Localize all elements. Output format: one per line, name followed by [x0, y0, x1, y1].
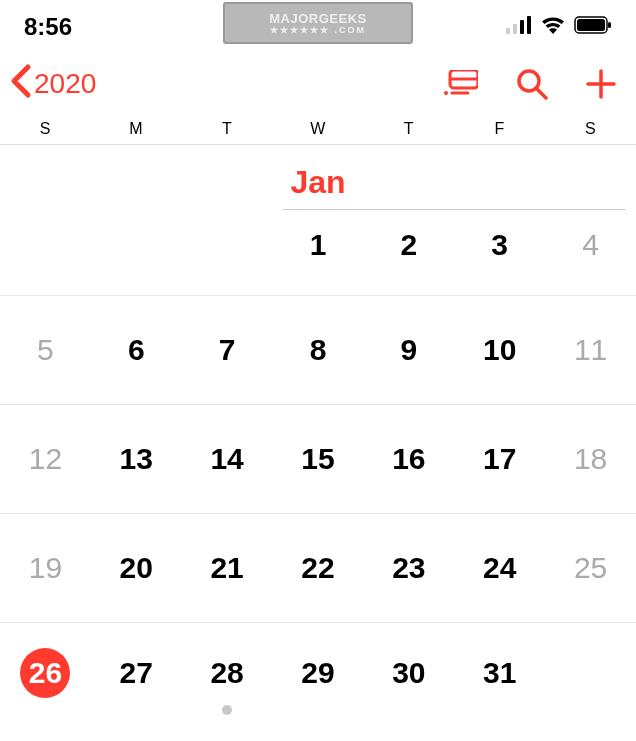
day-cell[interactable]: 24 — [454, 514, 545, 622]
day-cell[interactable]: 27 — [91, 623, 182, 723]
day-number: 16 — [392, 442, 425, 476]
svg-line-13 — [537, 89, 546, 98]
day-cell[interactable]: 17 — [454, 405, 545, 513]
day-cell[interactable]: 6 — [91, 296, 182, 404]
day-number: 10 — [483, 333, 516, 367]
day-number: 29 — [301, 656, 334, 690]
svg-rect-6 — [608, 22, 611, 28]
battery-icon — [574, 16, 612, 38]
day-number: 8 — [310, 333, 327, 367]
svg-rect-0 — [506, 28, 510, 34]
day-cell[interactable]: 25 — [545, 514, 636, 622]
day-number: 19 — [29, 551, 62, 585]
day-number: 5 — [37, 333, 54, 367]
month-header-row: Jan — [0, 145, 636, 209]
status-time: 8:56 — [24, 7, 72, 41]
day-number: 9 — [401, 333, 418, 367]
event-dot-icon — [222, 705, 232, 715]
day-cell[interactable]: 18 — [545, 405, 636, 513]
weekday-label: M — [91, 120, 182, 138]
weekday-label: W — [273, 120, 364, 138]
empty-cell — [182, 228, 273, 295]
day-cell[interactable]: 31 — [454, 623, 545, 723]
day-cell[interactable]: 22 — [273, 514, 364, 622]
day-cell[interactable]: 11 — [545, 296, 636, 404]
weekday-label: S — [0, 120, 91, 138]
week-row: 19202122232425 — [0, 514, 636, 623]
weekday-label: S — [545, 120, 636, 138]
day-number: 2 — [401, 228, 418, 262]
watermark-subtext: ★★★★★★ .COM — [270, 26, 366, 35]
nav-bar: 2020 — [0, 48, 636, 120]
week-row: 1234 — [0, 210, 636, 296]
day-number: 28 — [210, 656, 243, 690]
calendar-grid: 1234567891011121314151617181920212223242… — [0, 210, 636, 723]
day-cell[interactable]: 1 — [273, 228, 364, 295]
day-number: 26 — [20, 648, 70, 698]
day-cell[interactable]: 9 — [363, 296, 454, 404]
day-number: 6 — [128, 333, 145, 367]
day-number: 7 — [219, 333, 236, 367]
day-cell[interactable]: 26 — [0, 623, 91, 723]
day-number: 25 — [574, 551, 607, 585]
search-button[interactable] — [516, 68, 548, 100]
day-number: 4 — [582, 228, 599, 262]
day-cell[interactable]: 3 — [454, 228, 545, 295]
day-number: 1 — [310, 228, 327, 262]
status-bar: 8:56 MAJORGEEKS ★★★★★★ .COM — [0, 0, 636, 48]
weekday-label: T — [363, 120, 454, 138]
empty-cell — [91, 228, 182, 295]
day-cell[interactable]: 19 — [0, 514, 91, 622]
svg-rect-1 — [513, 24, 517, 34]
month-label: Jan — [273, 164, 364, 201]
day-number: 22 — [301, 551, 334, 585]
signal-icon — [506, 16, 532, 38]
day-cell[interactable]: 4 — [545, 228, 636, 295]
watermark-text: MAJORGEEKS — [269, 12, 366, 25]
empty-cell — [0, 228, 91, 295]
list-view-button[interactable] — [444, 70, 478, 98]
back-label: 2020 — [34, 68, 96, 100]
svg-rect-3 — [527, 16, 531, 34]
day-number: 18 — [574, 442, 607, 476]
day-cell[interactable]: 29 — [273, 623, 364, 723]
back-button[interactable]: 2020 — [8, 63, 96, 106]
day-number: 23 — [392, 551, 425, 585]
day-cell[interactable]: 14 — [182, 405, 273, 513]
day-number: 27 — [120, 656, 153, 690]
svg-rect-5 — [577, 19, 605, 31]
weekday-label: T — [182, 120, 273, 138]
day-cell[interactable]: 28 — [182, 623, 273, 723]
day-cell[interactable]: 13 — [91, 405, 182, 513]
day-cell[interactable]: 2 — [363, 228, 454, 295]
day-cell[interactable]: 30 — [363, 623, 454, 723]
day-number: 15 — [301, 442, 334, 476]
week-row: 567891011 — [0, 296, 636, 405]
day-cell[interactable]: 10 — [454, 296, 545, 404]
day-cell[interactable]: 8 — [273, 296, 364, 404]
add-button[interactable] — [586, 69, 616, 99]
day-number: 24 — [483, 551, 516, 585]
day-number: 21 — [210, 551, 243, 585]
day-cell[interactable]: 20 — [91, 514, 182, 622]
day-cell[interactable]: 15 — [273, 405, 364, 513]
weekday-label: F — [454, 120, 545, 138]
day-cell[interactable]: 21 — [182, 514, 273, 622]
day-number: 13 — [120, 442, 153, 476]
day-number: 11 — [574, 333, 607, 367]
day-cell[interactable]: 23 — [363, 514, 454, 622]
week-row: 12131415161718 — [0, 405, 636, 514]
empty-cell — [545, 623, 636, 723]
day-cell[interactable]: 5 — [0, 296, 91, 404]
weekday-header: S M T W T F S — [0, 120, 636, 145]
day-number: 3 — [491, 228, 508, 262]
day-cell[interactable]: 12 — [0, 405, 91, 513]
day-number: 12 — [29, 442, 62, 476]
chevron-left-icon — [8, 63, 34, 106]
day-number: 14 — [210, 442, 243, 476]
day-cell[interactable]: 7 — [182, 296, 273, 404]
day-number: 17 — [483, 442, 516, 476]
day-cell[interactable]: 16 — [363, 405, 454, 513]
day-number: 30 — [392, 656, 425, 690]
week-row: 262728293031 — [0, 623, 636, 723]
